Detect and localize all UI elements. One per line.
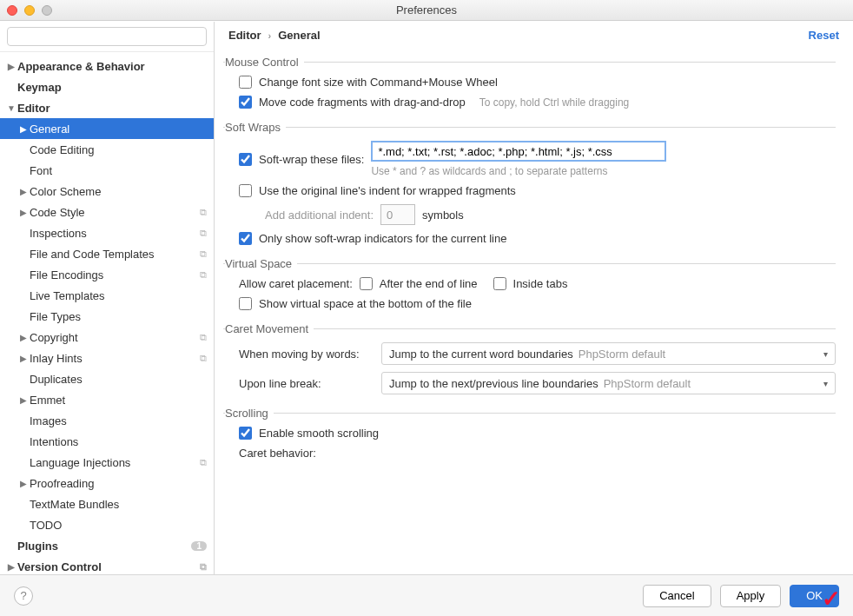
sidebar-item-inlay-hints[interactable]: ▶Inlay Hints⧉ [0, 348, 214, 368]
sidebar-item-label: General [30, 123, 207, 136]
reset-link[interactable]: Reset [809, 29, 839, 42]
sidebar-item-intentions[interactable]: ▶Intentions [0, 431, 214, 452]
chevron-right-icon: ▶ [17, 333, 30, 342]
help-button[interactable]: ? [14, 586, 33, 606]
mouse-control-group: Mouse Control Change font size with Comm… [223, 56, 836, 109]
softwrap-files-label: Soft-wrap these files: [259, 153, 364, 166]
sidebar-item-label: Keymap [17, 81, 207, 94]
sidebar-item-general[interactable]: ▶General [0, 118, 214, 139]
sidebar-item-version-control[interactable]: ▶Version Control⧉ [0, 556, 214, 574]
cancel-button[interactable]: Cancel [643, 585, 711, 607]
sidebar-item-file-types[interactable]: ▶File Types [0, 306, 214, 327]
chevron-right-icon: ▶ [17, 208, 30, 217]
smooth-scroll-label: Enable smooth scrolling [259, 427, 379, 440]
sidebar-item-label: Editor [17, 102, 207, 115]
chevron-right-icon: ▶ [5, 562, 17, 572]
project-scope-icon: ⧉ [200, 269, 207, 281]
show-bottom-label: Show virtual space at the bottom of the … [259, 297, 472, 310]
sidebar-item-code-style[interactable]: ▶Code Style⧉ [0, 202, 214, 222]
chevron-right-icon: ▶ [17, 124, 30, 134]
project-scope-icon: ⧉ [200, 561, 207, 573]
change-font-label: Change font size with Command+Mouse Whee… [259, 76, 498, 89]
break-label: Upon line break: [239, 377, 374, 390]
sidebar-item-label: Inlay Hints [30, 352, 200, 365]
after-eol-checkbox[interactable] [360, 277, 373, 290]
use-original-indent-checkbox[interactable] [239, 184, 252, 197]
break-value: Jump to the next/previous line boundarie… [389, 377, 598, 390]
inside-tabs-label: Inside tabs [513, 277, 568, 290]
settings-tree[interactable]: ▶Appearance & Behavior▶Keymap▼Editor▶Gen… [0, 52, 214, 574]
only-current-line-checkbox[interactable] [239, 232, 252, 245]
break-default: PhpStorm default [604, 377, 691, 390]
sidebar-item-plugins[interactable]: ▶Plugins1 [0, 535, 214, 556]
add-indent-input [380, 204, 415, 225]
sidebar-item-file-encodings[interactable]: ▶File Encodings⧉ [0, 264, 214, 285]
search-input[interactable] [7, 27, 207, 46]
use-original-indent-label: Use the original line's indent for wrapp… [259, 184, 516, 197]
sidebar-item-label: Inspections [30, 227, 200, 240]
sidebar-item-code-editing[interactable]: ▶Code Editing [0, 139, 214, 160]
move-drag-label: Move code fragments with drag-and-drop [259, 96, 466, 109]
after-eol-label: After the end of line [380, 277, 478, 290]
sidebar-item-label: Plugins [17, 540, 191, 553]
sidebar-item-label: File Types [30, 310, 207, 323]
sidebar-item-label: Version Control [17, 560, 200, 573]
settings-form[interactable]: Mouse Control Change font size with Comm… [215, 45, 853, 574]
chevron-right-icon: › [268, 30, 272, 41]
only-current-line-label: Only show soft-wrap indicators for the c… [259, 232, 506, 245]
sidebar-item-editor[interactable]: ▼Editor [0, 97, 214, 118]
count-badge: 1 [191, 541, 207, 551]
sidebar-item-label: TextMate Bundles [30, 498, 207, 511]
move-drag-checkbox[interactable] [239, 96, 252, 109]
caret-movement-group: Caret Movement When moving by words: Jum… [223, 322, 836, 394]
sidebar-item-label: Language Injections [30, 456, 200, 469]
ok-button[interactable]: OK [790, 585, 839, 607]
project-scope-icon: ⧉ [200, 457, 207, 468]
mouse-legend: Mouse Control [225, 56, 304, 69]
apply-button[interactable]: Apply [720, 585, 782, 607]
sidebar-item-appearance-behavior[interactable]: ▶Appearance & Behavior [0, 56, 214, 76]
project-scope-icon: ⧉ [200, 353, 207, 364]
sidebar-item-keymap[interactable]: ▶Keymap [0, 76, 214, 97]
sidebar-item-todo[interactable]: ▶TODO [0, 514, 214, 535]
sidebar-item-font[interactable]: ▶Font [0, 160, 214, 181]
move-drag-hint: To copy, hold Ctrl while dragging [479, 96, 630, 109]
sidebar-item-images[interactable]: ▶Images [0, 410, 214, 431]
sidebar-item-live-templates[interactable]: ▶Live Templates [0, 285, 214, 306]
breadcrumb: Editor › General [228, 29, 321, 42]
sidebar: 🔍 ▶Appearance & Behavior▶Keymap▼Editor▶G… [0, 22, 215, 574]
sidebar-item-label: Images [30, 414, 207, 427]
softwrap-files-input[interactable] [371, 141, 666, 162]
chevron-right-icon: ▶ [17, 187, 30, 196]
sidebar-item-duplicates[interactable]: ▶Duplicates [0, 368, 214, 389]
sidebar-item-label: Code Style [30, 206, 200, 219]
sidebar-item-label: Proofreading [30, 477, 207, 490]
content-pane: Editor › General Reset Mouse Control Cha… [215, 22, 853, 574]
inside-tabs-checkbox[interactable] [493, 277, 506, 290]
sidebar-item-textmate-bundles[interactable]: ▶TextMate Bundles [0, 493, 214, 514]
words-select[interactable]: Jump to the current word boundaries PhpS… [381, 342, 836, 365]
chevron-right-icon: ▶ [5, 62, 17, 71]
sidebar-item-language-injections[interactable]: ▶Language Injections⧉ [0, 452, 214, 473]
change-font-checkbox[interactable] [239, 76, 252, 89]
sidebar-item-emmet[interactable]: ▶Emmet [0, 389, 214, 410]
sidebar-item-label: Code Editing [30, 143, 207, 156]
sidebar-item-label: Emmet [30, 394, 207, 407]
sidebar-item-label: Color Scheme [30, 185, 207, 198]
sidebar-item-copyright[interactable]: ▶Copyright⧉ [0, 327, 214, 348]
breadcrumb-root[interactable]: Editor [228, 29, 261, 42]
sidebar-item-file-and-code-templates[interactable]: ▶File and Code Templates⧉ [0, 243, 214, 264]
break-select[interactable]: Jump to the next/previous line boundarie… [381, 372, 836, 394]
sidebar-item-color-scheme[interactable]: ▶Color Scheme [0, 181, 214, 202]
symbols-label: symbols [422, 209, 464, 222]
sidebar-item-inspections[interactable]: ▶Inspections⧉ [0, 222, 214, 243]
softwrap-files-checkbox[interactable] [239, 153, 252, 166]
caret-behavior-label: Caret behavior: [239, 447, 316, 460]
titlebar: Preferences [0, 0, 853, 21]
sidebar-item-label: Appearance & Behavior [17, 60, 207, 73]
smooth-scroll-checkbox[interactable] [239, 427, 252, 440]
show-bottom-checkbox[interactable] [239, 297, 252, 310]
sidebar-item-proofreading[interactable]: ▶Proofreading [0, 473, 214, 493]
sidebar-item-label: File and Code Templates [30, 248, 200, 261]
window-title: Preferences [0, 3, 853, 17]
